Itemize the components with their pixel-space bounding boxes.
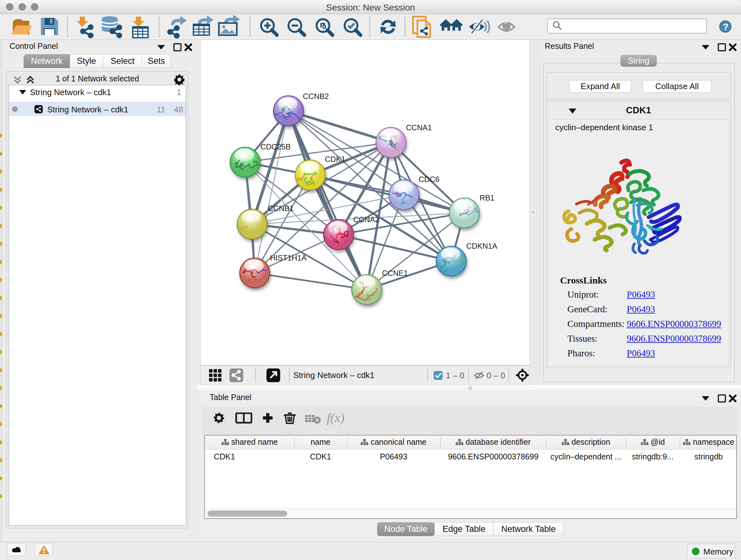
svg-text:1 – 0: 1 – 0 [446, 371, 464, 380]
svg-text:CDK1: CDK1 [325, 155, 345, 164]
svg-text:CCNA1: CCNA1 [406, 123, 432, 132]
svg-text:0 – 0: 0 – 0 [487, 371, 505, 380]
svg-text:CCNB1: CCNB1 [268, 204, 293, 212]
svg-text:CDC6: CDC6 [419, 175, 440, 184]
svg-text:CDC25B: CDC25B [260, 142, 291, 151]
svg-text:CCNA2: CCNA2 [353, 215, 379, 224]
svg-text:CDKN1A: CDKN1A [466, 242, 497, 250]
svg-text:CCNE1: CCNE1 [382, 269, 408, 277]
svg-text:RB1: RB1 [480, 193, 495, 202]
svg-text:CCNB2: CCNB2 [303, 92, 329, 101]
svg-text:f(x): f(x) [327, 413, 345, 425]
svg-text:HIST1H1A: HIST1H1A [270, 253, 307, 262]
